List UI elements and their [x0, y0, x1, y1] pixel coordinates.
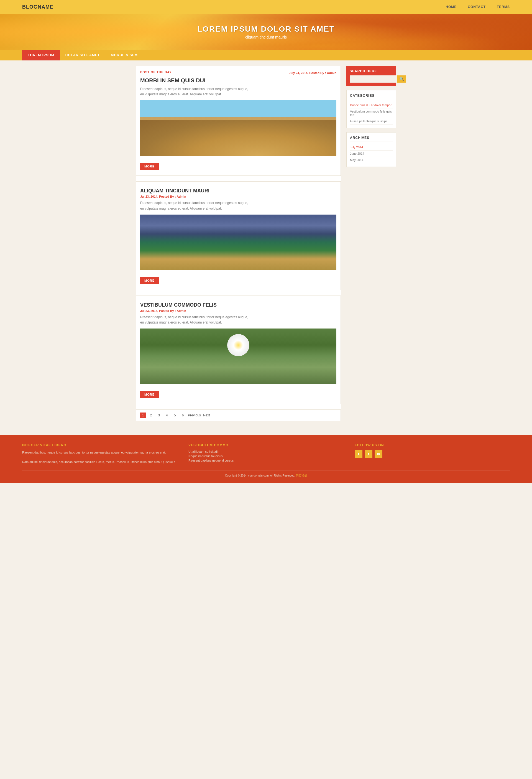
post-2-meta: Jul 23, 2014, Posted By : Admin [140, 309, 336, 312]
search-label: SEARCH HERE [350, 69, 393, 73]
featured-post-excerpt: Praesent dapibus, neque id cursus faucib… [140, 86, 336, 97]
categories-section: CATEGORIES Donec quis dui at dolor tempo… [346, 90, 396, 128]
hero-section: LOREM IPSUM DOLOR SIT AMET cliquam tinci… [0, 14, 532, 50]
featured-post-author[interactable]: Admin [327, 71, 336, 74]
category-2[interactable]: Vestibulum commodo felis quis tort [350, 108, 393, 118]
search-input[interactable] [350, 75, 396, 82]
footer-col-2-title: VESTIBULUM COMMO [188, 443, 344, 447]
footer-link-3[interactable]: Raesent dapibus neque id cursus [188, 459, 344, 462]
archives-section: ARCHIVES July 2014 June 2014 May 2014 [346, 132, 396, 167]
featured-more-button[interactable]: MORE [140, 163, 159, 170]
category-3[interactable]: Fusce pellentesque suscipit [350, 118, 393, 124]
featured-post: POST OF THE DAY July 24, 2014, Posted By… [136, 66, 341, 176]
copyright-text: Copyright © 2014. yourdomain.com. All Ri… [225, 474, 295, 477]
featured-post-meta: July 24, 2014, Posted By : Admin [289, 71, 336, 74]
post-2-excerpt: Praesent dapibus, neque id cursus faucib… [140, 315, 336, 325]
tabs-bar: LOREM IPSUM DOLAR SITE AMET MORBI IN SEM [0, 50, 532, 60]
page-3[interactable]: 3 [156, 413, 162, 418]
search-button[interactable]: 🔍 [397, 75, 406, 82]
featured-post-posted-by: Posted By : [309, 71, 326, 74]
nav-contact[interactable]: CONTACT [468, 5, 486, 9]
site-footer: INTEGER VITAE LIBERO Raesent dapibus, ne… [0, 435, 532, 483]
facebook-icon[interactable]: f [355, 450, 362, 458]
archive-may-2014[interactable]: May 2014 [350, 157, 393, 163]
page-1[interactable]: 1 [140, 413, 146, 418]
archives-title: ARCHIVES [350, 136, 393, 141]
tab-lorem-ipsum[interactable]: LOREM IPSUM [22, 50, 60, 60]
footer-grid: INTEGER VITAE LIBERO Raesent dapibus, ne… [22, 443, 510, 464]
post-of-day-label: POST OF THE DAY [140, 70, 172, 74]
footer-col-3: FOLLOW US ON... f t in [355, 443, 510, 464]
post-2-title[interactable]: VESTIBULUM COMMODO FELIS [140, 302, 336, 308]
footer-col-3-title: FOLLOW US ON... [355, 443, 510, 447]
archive-june-2014[interactable]: June 2014 [350, 151, 393, 157]
featured-post-date: July 24, 2014, [289, 71, 309, 74]
page-2[interactable]: 2 [148, 413, 154, 418]
nav-home[interactable]: HOME [446, 5, 457, 9]
search-icon: 🔍 [399, 77, 404, 81]
post-2-image [140, 328, 336, 384]
post-1-meta: Jul 23, 2014, Posted By : Admin [140, 195, 336, 198]
category-1[interactable]: Donec quis dui at dolor tempor. [350, 102, 393, 108]
sidebar-search-box: SEARCH HERE 🔍 [346, 66, 396, 86]
twitter-icon[interactable]: t [364, 450, 373, 458]
post-2-author[interactable]: Admin [177, 309, 186, 312]
categories-title: CATEGORIES [350, 94, 393, 99]
page-5[interactable]: 5 [172, 413, 178, 418]
hero-subtitle: cliquam tincidunt mauris [245, 35, 287, 39]
page-4[interactable]: 4 [164, 413, 170, 418]
featured-post-image [140, 100, 336, 156]
post-1-author[interactable]: Admin [177, 195, 186, 198]
content-area: POST OF THE DAY July 24, 2014, Posted By… [136, 66, 341, 421]
site-logo[interactable]: BLOGNAME [22, 4, 54, 10]
footer-col-1-title: INTEGER VITAE LIBERO [22, 443, 177, 447]
post-1-more-button[interactable]: MORE [140, 277, 159, 284]
post-1: ALIQUAM TINCIDUNT MAURI Jul 23, 2014, Po… [136, 181, 341, 290]
post-1-excerpt: Praesent dapibus, neque id cursus faucib… [140, 200, 336, 211]
footer-col-1: INTEGER VITAE LIBERO Raesent dapibus, ne… [22, 443, 177, 464]
footer-col-1-text1: Raesent dapibus, neque id cursus faucibu… [22, 450, 177, 455]
hero-title: LOREM IPSUM DOLOR SIT AMET [197, 25, 335, 34]
post-2-more-button[interactable]: MORE [140, 391, 159, 398]
footer-link-1[interactable]: Ut aliliquam sollicitudin [188, 450, 344, 453]
footer-link-2[interactable]: Neque id cursus faucibus [188, 455, 344, 458]
page-6[interactable]: 6 [180, 413, 186, 418]
footer-col-1-text2: Nam dui mi, tincidunt quis, accumsan por… [22, 459, 177, 465]
post-2: VESTIBULUM COMMODO FELIS Jul 23, 2014, P… [136, 296, 341, 404]
post-1-title[interactable]: ALIQUAM TINCIDUNT MAURI [140, 188, 336, 194]
watermark-link[interactable]: 网页模板 [296, 474, 307, 477]
featured-post-title[interactable]: MORBI IN SEM QUIS DUI [140, 77, 336, 84]
main-container: POST OF THE DAY July 24, 2014, Posted By… [114, 60, 418, 427]
tab-morbi[interactable]: MORBI IN SEM [105, 50, 143, 60]
nav-terms[interactable]: TERMS [497, 5, 510, 9]
tab-dolar-site[interactable]: DOLAR SITE AMET [60, 50, 106, 60]
sidebar: SEARCH HERE 🔍 CATEGORIES Donec quis dui … [346, 66, 396, 421]
footer-bottom: Copyright © 2014. yourdomain.com. All Ri… [22, 470, 510, 478]
linkedin-icon[interactable]: in [375, 450, 382, 458]
archive-july-2014[interactable]: July 2014 [350, 144, 393, 151]
prev-page[interactable]: Previous [188, 413, 201, 417]
post-1-image [140, 215, 336, 270]
social-icons: f t in [355, 450, 510, 458]
pagination: 1 2 3 4 5 6 Previous Next [136, 410, 341, 421]
search-row: 🔍 [350, 75, 393, 82]
next-page[interactable]: Next [203, 413, 210, 417]
main-nav: HOME CONTACT TERMS [446, 5, 510, 9]
site-header: BLOGNAME HOME CONTACT TERMS [0, 0, 532, 14]
footer-col-2: VESTIBULUM COMMO Ut aliliquam sollicitud… [188, 443, 344, 464]
